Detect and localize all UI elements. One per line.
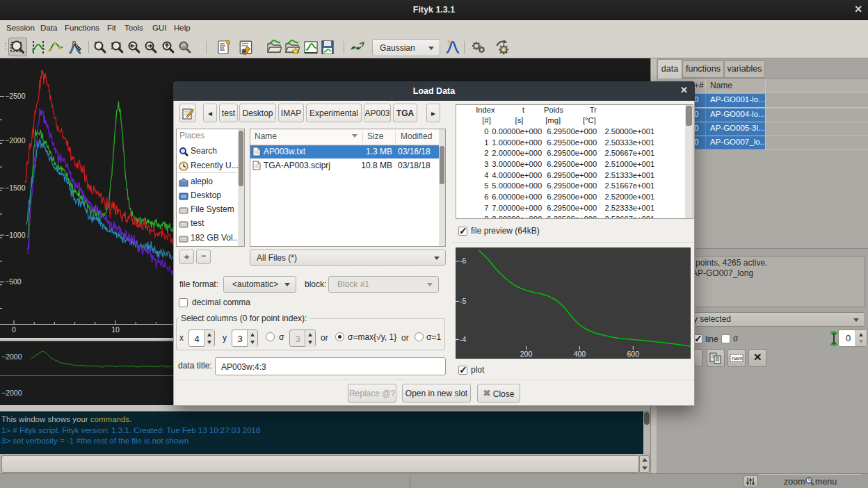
svg-text:-5: -5 bbox=[460, 297, 466, 305]
svg-text:-6: -6 bbox=[460, 257, 466, 265]
svg-text:200: 200 bbox=[520, 350, 533, 358]
svg-text:−1500: −1500 bbox=[5, 184, 26, 192]
svg-text:0: 0 bbox=[12, 325, 16, 334]
svg-text:−2000: −2000 bbox=[1, 352, 22, 361]
svg-text:600: 600 bbox=[627, 350, 640, 358]
svg-text:10: 10 bbox=[111, 325, 120, 334]
svg-text:−2000: −2000 bbox=[5, 136, 26, 145]
svg-text:−2500: −2500 bbox=[5, 92, 26, 100]
svg-text:−1000: −1000 bbox=[5, 231, 26, 239]
svg-text:400: 400 bbox=[574, 350, 586, 358]
svg-text:nam: nam bbox=[732, 355, 743, 361]
svg-text:-4: -4 bbox=[460, 335, 466, 343]
svg-text:−500: −500 bbox=[5, 277, 22, 286]
